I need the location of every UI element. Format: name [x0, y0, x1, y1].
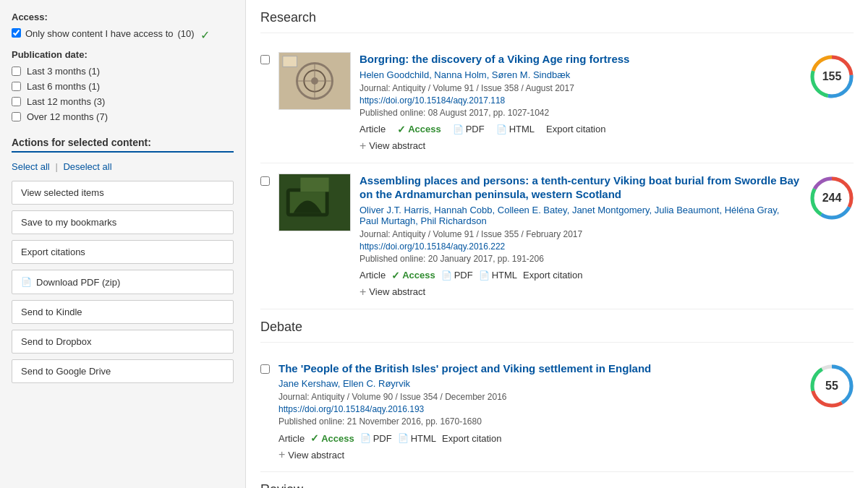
peoples-published: Published online: 21 November 2016, pp. …	[278, 416, 801, 427]
swordle-author5[interactable]: Julia Beaumont	[655, 205, 720, 215]
view-selected-button[interactable]: View selected items	[12, 181, 234, 205]
swordle-metric[interactable]: 244	[810, 176, 854, 220]
pub-date-last6: Last 6 months (1)	[12, 81, 234, 92]
borgring-journal: Journal: Antiquity / Volume 91 / Issue 3…	[359, 83, 801, 93]
pub-date-last12-checkbox[interactable]	[12, 97, 21, 106]
access-label: Only show content I have access to	[25, 28, 174, 39]
download-pdf-icon-row: 📄 Download PDF (zip)	[21, 277, 120, 288]
access-checkbox[interactable]	[12, 28, 21, 38]
swordle-pdf-link[interactable]: 📄 PDF	[441, 270, 473, 281]
peoples-abstract-label: View abstract	[288, 450, 344, 461]
pub-date-last6-checkbox[interactable]	[12, 82, 21, 91]
pub-date-last3-checkbox[interactable]	[12, 67, 21, 76]
send-dropbox-button[interactable]: Send to Dropbox	[12, 330, 234, 354]
pub-date-over12-checkbox[interactable]	[12, 112, 21, 121]
send-kindle-label: Send to Kindle	[21, 307, 82, 317]
borgring-author1[interactable]: Helen Goodchild	[359, 69, 429, 80]
download-pdf-button[interactable]: 📄 Download PDF (zip)	[12, 270, 234, 294]
peoples-view-abstract[interactable]: + View abstract	[278, 448, 801, 461]
svg-rect-15	[300, 177, 328, 192]
borgring-view-abstract[interactable]: + View abstract	[359, 140, 801, 153]
peoples-export-link[interactable]: Export citation	[442, 433, 501, 444]
access-section: Access: Only show content I have access …	[12, 12, 234, 42]
swordle-author7[interactable]: Paul Murtagh	[359, 215, 415, 226]
swordle-access-icon: ✓	[391, 270, 400, 281]
borgring-published: Published online: 08 August 2017, pp. 10…	[359, 108, 801, 118]
peoples-checkbox[interactable]	[260, 364, 270, 374]
borgring-author3[interactable]: Søren M. Sindbæk	[492, 69, 570, 80]
borgring-export-link[interactable]: Export citation	[546, 124, 605, 134]
peoples-title[interactable]: The 'People of the British Isles' projec…	[278, 361, 801, 376]
pub-date-last12-label: Last 12 months (3)	[27, 96, 105, 107]
peoples-metric-svg	[810, 364, 854, 408]
borgring-access-link[interactable]: ✓ Access	[397, 124, 441, 135]
export-citations-label: Export citations	[21, 247, 85, 257]
actions-divider	[12, 151, 234, 153]
peoples-plus-icon: +	[278, 448, 285, 461]
main-content: Research Borgring: the discovery of a Vi…	[246, 0, 868, 488]
swordle-metric-svg	[810, 176, 854, 220]
send-dropbox-label: Send to Dropbox	[21, 336, 92, 347]
swordle-published: Published online: 20 January 2017, pp. 1…	[359, 254, 801, 264]
swordle-doi[interactable]: https://doi.org/10.15184/aqy.2016.222	[359, 241, 801, 252]
swordle-checkbox[interactable]	[260, 176, 270, 186]
swordle-view-abstract[interactable]: + View abstract	[359, 286, 801, 299]
export-citations-button[interactable]: Export citations	[12, 240, 234, 264]
peoples-access-icon: ✓	[310, 432, 319, 444]
swordle-author8[interactable]: Phil Richardson	[421, 215, 487, 226]
swordle-access-link[interactable]: ✓ Access	[391, 270, 435, 281]
swordle-author2[interactable]: Hannah Cobb	[434, 205, 492, 215]
borgring-article-link[interactable]: Article	[359, 124, 386, 134]
select-separator: |	[55, 161, 60, 172]
swordle-pdf-icon: 📄	[441, 270, 452, 281]
peoples-pdf-link[interactable]: 📄 PDF	[360, 433, 392, 444]
peoples-doi[interactable]: https://doi.org/10.15184/aqy.2016.193	[278, 404, 801, 414]
actions-title: Actions for selected content:	[12, 137, 234, 148]
peoples-metric[interactable]: 55	[810, 364, 854, 408]
access-title: Access:	[12, 12, 234, 22]
access-count: (10)	[178, 28, 195, 39]
swordle-author1[interactable]: Oliver J.T. Harris	[359, 205, 429, 215]
swordle-content: Assembling places and persons: a tenth-c…	[359, 174, 801, 299]
swordle-author6[interactable]: Héléna Gray	[725, 205, 777, 215]
peoples-html-icon: 📄	[398, 433, 409, 443]
peoples-links: Article ✓ Access 📄 PDF 📄 HTML Export cit…	[278, 432, 801, 444]
swordle-article-link[interactable]: Article	[359, 270, 386, 281]
borgring-access-icon: ✓	[397, 124, 406, 135]
peoples-html-link[interactable]: 📄 HTML	[398, 433, 436, 444]
swordle-export-link[interactable]: Export citation	[523, 270, 582, 281]
borgring-html-link[interactable]: 📄 HTML	[496, 124, 535, 134]
borgring-doi[interactable]: https://doi.org/10.15184/aqy.2017.118	[359, 95, 801, 106]
swordle-html-link[interactable]: 📄 HTML	[479, 270, 517, 281]
swordle-title[interactable]: Assembling places and persons: a tenth-c…	[359, 174, 801, 202]
save-bookmarks-button[interactable]: Save to my bookmarks	[12, 210, 234, 234]
result-swordle: Assembling places and persons: a tenth-c…	[260, 163, 854, 309]
borgring-content: Borgring: the discovery of a Viking Age …	[359, 52, 801, 153]
borgring-thumb-svg	[279, 52, 350, 110]
peoples-author1[interactable]: Jane Kershaw	[278, 378, 338, 389]
send-google-button[interactable]: Send to Google Drive	[12, 359, 234, 383]
borgring-pdf-link[interactable]: 📄 PDF	[453, 124, 485, 134]
deselect-all-link[interactable]: Deselect all	[63, 161, 111, 172]
access-filter-row: Only show content I have access to (10) …	[12, 28, 234, 42]
borgring-html-icon: 📄	[496, 124, 507, 134]
swordle-access-label: Access	[402, 270, 435, 281]
select-all-link[interactable]: Select all	[12, 161, 50, 172]
swordle-author4[interactable]: Janet Montgomery	[572, 205, 650, 215]
send-kindle-button[interactable]: Send to Kindle	[12, 300, 234, 324]
peoples-author2[interactable]: Ellen C. Røyrvik	[343, 378, 410, 389]
peoples-access-link[interactable]: ✓ Access	[310, 432, 354, 444]
borgring-plus-icon: +	[359, 140, 366, 153]
section-review: Review	[260, 472, 854, 488]
pub-date-title: Publication date:	[12, 49, 234, 60]
borgring-author2[interactable]: Nanna Holm	[434, 69, 486, 80]
peoples-content: The 'People of the British Isles' projec…	[278, 361, 801, 462]
peoples-article-link[interactable]: Article	[278, 433, 305, 444]
swordle-author3[interactable]: Colleen E. Batey	[498, 205, 567, 215]
borgring-metric[interactable]: 155	[810, 55, 854, 98]
borgring-title[interactable]: Borgring: the discovery of a Viking Age …	[359, 52, 801, 67]
sidebar: Access: Only show content I have access …	[0, 0, 246, 488]
send-google-label: Send to Google Drive	[21, 366, 111, 377]
borgring-checkbox[interactable]	[260, 55, 270, 64]
result-peoples: The 'People of the British Isles' projec…	[260, 351, 854, 473]
